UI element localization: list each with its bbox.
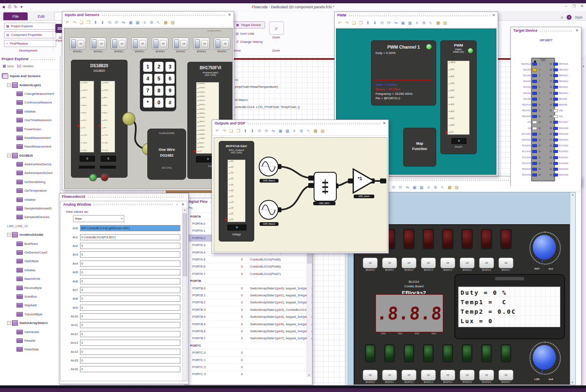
undo-icon[interactable]: ↶	[65, 20, 70, 25]
remove-component-icon[interactable]: ▨	[320, 129, 325, 133]
add-component-icon[interactable]: ▩	[435, 21, 441, 25]
pin-label-right[interactable]: RC4/AN20	[558, 162, 578, 164]
grid-icon[interactable]: ▦	[407, 21, 413, 25]
close-button[interactable]: ✕	[580, 4, 584, 8]
zoom-dash[interactable]: -	[269, 40, 283, 43]
pwm-channel-block[interactable]: PWM Channel 1 Duty = 0.00% Mark = 0.00us…	[371, 40, 436, 106]
digital-pin-row[interactable]: PORTB.7 0 SwitchArraySlider1(pin7), keyp…	[185, 335, 312, 342]
toggle-switch[interactable]: Off	[152, 38, 168, 50]
pot-knob[interactable]	[533, 235, 556, 260]
flip-icon[interactable]: ⇋	[271, 129, 276, 133]
tree-item[interactable]: GetHandle	[2, 327, 60, 336]
analog-value-field[interactable]: 0	[80, 366, 180, 372]
pin-pad-right[interactable]	[553, 109, 558, 112]
pin-pad-right[interactable]	[553, 115, 558, 118]
digital-pin-row[interactable]: PORTC	[185, 342, 312, 349]
analog-value-field[interactable]: 0	[80, 349, 180, 355]
pin-pad-right[interactable]	[553, 63, 558, 66]
analog-value-field[interactable]: 0	[80, 357, 180, 364]
pin-pad-left[interactable]	[532, 92, 537, 95]
tree-item[interactable]: ContinuousMeasure	[2, 98, 60, 107]
pin-pad-right[interactable]	[553, 138, 558, 141]
paste-icon[interactable]: ❐	[358, 21, 364, 25]
rotate-left-icon[interactable]: ⟲	[107, 20, 112, 25]
port-toggle-button[interactable]: Off	[382, 258, 397, 268]
pin-pad-right[interactable]	[553, 174, 558, 176]
pointer-icon[interactable]: ↖	[440, 185, 445, 190]
save-icon[interactable]: ⎙	[8, 4, 11, 9]
analog-value-field[interactable]: 0 ComboBL0114(Pot ADC)	[80, 234, 180, 240]
pin-pad-left[interactable]	[532, 150, 537, 153]
redo-icon[interactable]: ↷	[72, 20, 77, 25]
ribbon-button[interactable]: ▤Component Properties	[4, 31, 56, 38]
tree-item[interactable]: MatchROM	[2, 275, 60, 283]
pin-label-right[interactable]: RC5/AN21	[558, 157, 578, 159]
pin-pad-left[interactable]	[532, 109, 537, 112]
pin-label-right[interactable]: RB0/AN8	[558, 104, 578, 106]
port-toggle-button[interactable]: Off	[363, 258, 378, 268]
target-device-titlebar[interactable]: Target Device ✕	[511, 27, 581, 34]
outputs-dsp-titlebar[interactable]: Outputs and DSP ✕	[212, 120, 388, 127]
ribbon-toggle[interactable]: ↺Change History	[234, 39, 265, 45]
pin-label-left[interactable]: RD1/AN21	[513, 174, 532, 176]
rotate-right-icon[interactable]: ⟳	[264, 129, 269, 133]
more-icon[interactable]: ▾	[20, 5, 22, 9]
close-icon[interactable]: ✕	[181, 202, 184, 207]
pin-pad-left[interactable]	[532, 98, 537, 101]
explorer-view-button[interactable]: ▦Icons	[2, 64, 14, 68]
port-toggle-button[interactable]: Off	[402, 258, 416, 268]
pin-label-right[interactable]: RD6/AN26	[558, 127, 578, 129]
analog-value-field[interactable]: 0	[80, 313, 180, 319]
send-back-icon[interactable]: ⬇	[250, 129, 255, 133]
board-scrollbar[interactable]: ▲ ▼	[570, 192, 575, 385]
pin-label-left[interactable]: VDD	[513, 121, 532, 123]
tree-expand-icon[interactable]	[7, 154, 11, 157]
pin-pad-right[interactable]	[553, 92, 558, 95]
flip-icon[interactable]: ⇋	[405, 185, 410, 190]
tree-item[interactable]: Initialise	[2, 266, 60, 275]
pin-label-left[interactable]: RC0/AN12	[513, 145, 532, 147]
pin-pad-left[interactable]	[532, 121, 537, 124]
tree-item[interactable]: SampleAddressedD	[2, 204, 60, 213]
close-icon[interactable]: ✕	[492, 13, 495, 17]
keypad-key[interactable]: *	[143, 98, 152, 108]
analog-value-field[interactable]: 0	[80, 251, 180, 258]
pin-label-right[interactable]: RB2/AN10	[558, 92, 578, 94]
ribbon-button[interactable]: ▦Project Explorer	[4, 23, 56, 30]
rotate-right-icon[interactable]: ⟳	[386, 21, 392, 25]
pin-label-right[interactable]: RD4/AN24	[558, 139, 578, 141]
pin-label-left[interactable]: RE2/AN18	[513, 115, 532, 117]
undo-icon[interactable]: ↶	[215, 129, 220, 133]
tree-item[interactable]: BusReset	[2, 239, 60, 248]
pin-pad-right[interactable]	[553, 98, 558, 101]
tree-item[interactable]: Inputs and Sensors	[2, 72, 60, 80]
pin-label-left[interactable]: RA7/OSC1	[513, 133, 532, 135]
grid-icon[interactable]: ▦	[419, 185, 424, 190]
dsp-mixer-block[interactable]	[314, 172, 337, 202]
analog-value-field[interactable]: 0	[80, 287, 180, 293]
wire-connector-a[interactable]	[122, 112, 135, 125]
rotate-right-icon[interactable]: ⟳	[114, 20, 119, 25]
add-component-icon[interactable]: ▩	[163, 20, 168, 25]
keypad-key[interactable]: 2	[154, 62, 163, 72]
tree-item[interactable]: GetIDByte	[2, 257, 60, 265]
properties-icon[interactable]: ⚙	[421, 21, 427, 25]
flip-icon[interactable]: ⇋	[121, 20, 126, 25]
digital-pin-row[interactable]: PORTB.4 0 SwitchArraySlider1(pin4), keyp…	[185, 313, 312, 320]
pin-label-right[interactable]: VSS	[558, 115, 578, 117]
pin-label-left[interactable]: RA6/OSC2	[513, 139, 532, 141]
pin-label-left[interactable]: RA4/AN4	[513, 92, 532, 94]
align-icon[interactable]: ≡	[142, 20, 147, 25]
toggle-switch[interactable]: Off	[111, 38, 127, 50]
pin-label-right[interactable]: RD3/AN19	[558, 168, 578, 170]
send-back-icon[interactable]: ⬇	[372, 21, 378, 25]
tree-item[interactable]: LINK_LINE_13	[2, 222, 60, 230]
digital-pin-row[interactable]: PORTC.2 0	[185, 364, 312, 371]
digital-pin-row[interactable]: PORTB.0 0 SwitchArraySlider1(pin0), keyp…	[185, 285, 312, 292]
tree-expand-icon[interactable]	[7, 83, 11, 87]
toggle-switch[interactable]: Off	[131, 38, 148, 50]
tree-item[interactable]: OneWireDS2482	[2, 230, 60, 239]
map-function-block[interactable]: Map Function	[403, 128, 436, 167]
pin-pad-left[interactable]	[532, 63, 537, 66]
pin-pad-right[interactable]	[553, 86, 558, 89]
